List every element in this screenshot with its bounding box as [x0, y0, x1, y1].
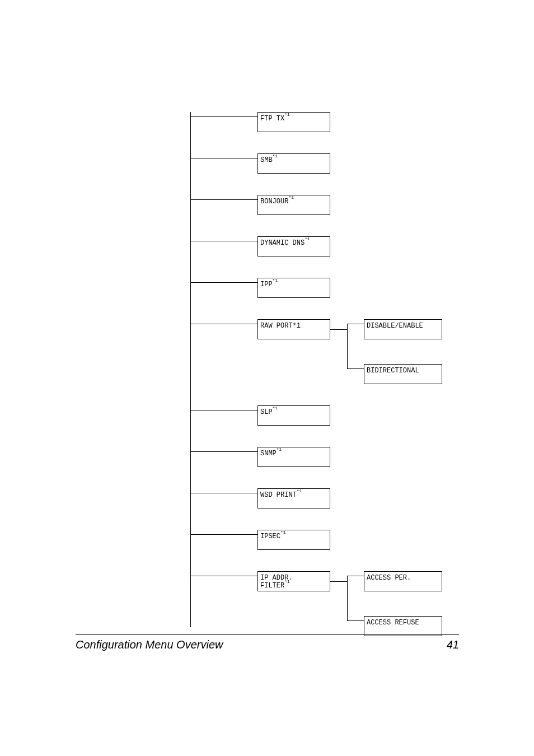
tree-connector	[190, 282, 257, 283]
footnote-ref: *1	[284, 112, 290, 117]
menu-item-raw-port-bidirectional: BIDIRECTIONAL	[364, 364, 442, 384]
menu-item-label: BONJOUR	[260, 198, 288, 206]
tree-connector	[330, 329, 347, 330]
tree-connector	[190, 410, 257, 410]
tree-connector	[190, 451, 257, 452]
footnote-ref: *1	[305, 236, 310, 241]
menu-item-label: SNMP	[260, 450, 277, 458]
tree-connector	[190, 324, 257, 324]
menu-item-ipsec: IPSEC*1	[257, 530, 330, 550]
menu-item-smb: SMB*1	[257, 153, 330, 174]
menu-item-access-refuse: ACCESS REFUSE	[364, 616, 442, 636]
tree-connector	[190, 116, 257, 117]
footnote-ref: *1	[284, 579, 290, 584]
tree-connector	[347, 620, 364, 621]
menu-tree-diagram: FTP TX*1 SMB*1 BONJOUR*1 DYNAMIC DNS*1 I…	[190, 112, 470, 627]
menu-item-label: ACCESS REFUSE	[367, 619, 419, 627]
tree-connector	[347, 324, 364, 324]
menu-item-access-per: ACCESS PER.	[364, 571, 442, 591]
tree-connector	[190, 534, 257, 535]
menu-item-label: FTP TX	[260, 115, 284, 123]
tree-trunk	[190, 112, 191, 627]
tree-subtrunk	[347, 576, 348, 620]
footnote-ref: *1	[280, 530, 286, 535]
footer-title: Configuration Menu Overview	[76, 638, 223, 651]
tree-connector	[190, 199, 257, 200]
menu-item-label: IPSEC	[260, 533, 280, 540]
footnote-ref: *1	[288, 195, 294, 200]
footnote-ref: *1	[277, 447, 282, 452]
menu-item-label: WSD PRINT	[260, 491, 297, 499]
menu-item-label: ACCESS PER.	[367, 574, 411, 582]
menu-item-label: SLP	[260, 408, 273, 416]
menu-item-label: RAW PORT*1	[260, 322, 301, 330]
tree-connector	[347, 576, 364, 576]
menu-item-label: DYNAMIC DNS	[260, 239, 305, 247]
tree-subtrunk	[347, 324, 348, 368]
menu-item-label: SMB	[260, 156, 273, 164]
menu-item-label: BIDIRECTIONAL	[367, 367, 419, 375]
tree-connector	[190, 493, 257, 493]
tree-connector	[330, 581, 347, 582]
menu-item-slp: SLP*1	[257, 405, 330, 426]
menu-item-snmp: SNMP*1	[257, 447, 330, 467]
tree-connector	[347, 368, 364, 369]
tree-connector	[190, 158, 257, 158]
menu-item-label: IPP	[260, 281, 273, 288]
menu-item-ipp: IPP*1	[257, 278, 330, 298]
document-page: FTP TX*1 SMB*1 BONJOUR*1 DYNAMIC DNS*1 I…	[0, 0, 534, 756]
page-number: 41	[447, 638, 459, 651]
menu-item-wsd-print: WSD PRINT*1	[257, 488, 330, 508]
menu-item-raw-port-disable-enable: DISABLE/ENABLE	[364, 319, 442, 339]
footnote-ref: *1	[297, 488, 302, 493]
footnote-ref: *1	[273, 405, 278, 410]
menu-item-bonjour: BONJOUR*1	[257, 195, 330, 215]
menu-item-raw-port: RAW PORT*1	[257, 319, 330, 339]
tree-connector	[190, 241, 257, 241]
footnote-ref: *1	[273, 278, 278, 283]
footer-rule	[76, 634, 459, 635]
page-footer: Configuration Menu Overview 41	[76, 638, 459, 651]
footnote-ref: *1	[273, 153, 278, 158]
tree-connector	[190, 576, 257, 576]
menu-item-dynamic-dns: DYNAMIC DNS*1	[257, 236, 330, 256]
menu-item-label: DISABLE/ENABLE	[367, 322, 423, 330]
menu-item-ip-addr-filter: IP ADDR.FILTER*1	[257, 571, 330, 591]
menu-item-ftp-tx: FTP TX*1	[257, 112, 330, 132]
